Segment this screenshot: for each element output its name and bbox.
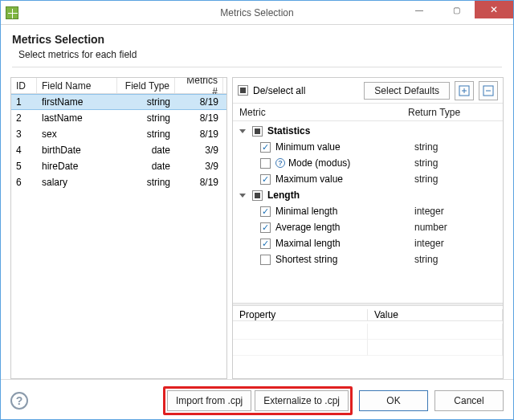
table-row[interactable]: 4birthDatedate3/9 [11,142,226,158]
metric-return-type: string [414,254,503,265]
metric-return-type: string [414,141,503,153]
maximize-button[interactable]: ▢ [438,1,475,18]
highlighted-buttons: Import from .cpj Externalize to .cpj [163,386,353,415]
chevron-down-icon[interactable] [239,194,246,198]
col-header-metrics[interactable]: Metrics # [175,78,223,93]
info-icon[interactable]: ? [275,158,285,168]
table-row[interactable]: 3sexstring8/19 [11,126,226,142]
property-panel: Property Value [233,306,503,378]
metric-return-type: number [414,222,503,233]
fields-table: ID Field Name Field Type Metrics # 1firs… [10,77,227,379]
col-header-value[interactable]: Value [368,309,503,321]
minimize-button[interactable]: — [401,1,438,18]
help-icon[interactable]: ? [10,392,28,410]
group-checkbox[interactable] [252,126,263,137]
deselect-all-label: De/select all [253,85,305,96]
expand-all-button[interactable] [455,81,474,100]
metric-item[interactable]: Maximal lengthinteger [233,235,503,251]
metric-return-type: string [414,157,503,169]
metric-label: Shortest string [275,254,337,265]
metric-label: Maximum value [275,173,343,185]
collapse-all-button[interactable] [479,81,498,100]
chevron-down-icon[interactable] [239,129,246,133]
metric-label: Maximal length [275,238,341,249]
col-header-id[interactable]: ID [11,78,37,93]
metric-label: Minimal length [275,206,337,217]
metric-group[interactable]: Length [233,187,503,203]
import-from-cpj-button[interactable]: Import from .cpj [167,390,251,411]
metric-checkbox[interactable] [260,222,271,233]
metric-label: Mode (modus) [288,157,350,169]
metric-label: Average length [275,222,341,233]
cancel-button[interactable]: Cancel [434,390,504,411]
col-header-metric[interactable]: Metric [233,107,402,118]
metric-checkbox[interactable] [260,142,271,153]
dialog-header: Metrics Selection Select metrics for eac… [1,25,513,74]
table-row[interactable]: 6salarystring8/19 [11,174,226,190]
table-row[interactable]: 1firstNamestring8/19 [11,94,226,110]
group-label: Length [267,190,300,201]
group-checkbox[interactable] [252,190,263,201]
table-row[interactable]: 5hireDatedate3/9 [11,158,226,174]
metric-checkbox[interactable] [260,174,271,185]
table-row[interactable]: 2lastNamestring8/19 [11,110,226,126]
metric-checkbox[interactable] [260,158,271,169]
group-label: Statistics [267,125,310,137]
col-header-name[interactable]: Field Name [37,78,117,93]
col-header-property[interactable]: Property [233,309,368,321]
metric-checkbox[interactable] [260,239,271,249]
externalize-to-cpj-button[interactable]: Externalize to .cpj [255,390,349,411]
metric-checkbox[interactable] [260,206,271,217]
col-header-type[interactable]: Field Type [117,78,175,93]
metric-return-type: integer [414,206,503,217]
app-icon [6,6,18,19]
page-title: Metrics Selection [12,33,502,46]
metric-item[interactable]: Shortest stringstring [233,251,503,267]
col-header-return[interactable]: Return Type [402,107,490,118]
titlebar: Metrics Selection — ▢ ✕ [1,1,513,25]
metrics-panel: De/select all Select Defaults Metric Ret… [232,77,504,379]
dialog-footer: ? Import from .cpj Externalize to .cpj O… [1,379,513,420]
metric-label: Minimum value [275,141,341,153]
metric-checkbox[interactable] [260,255,271,265]
close-button[interactable]: ✕ [475,1,513,18]
metric-item[interactable]: Minimum valuestring [233,139,503,155]
metric-return-type: integer [414,238,503,249]
metric-group[interactable]: Statistics [233,123,503,139]
deselect-all-checkbox[interactable] [238,85,248,96]
metric-item[interactable]: ?Mode (modus)string [233,155,503,171]
metric-item[interactable]: Maximum valuestring [233,171,503,187]
metrics-tree[interactable]: StatisticsMinimum valuestring?Mode (modu… [233,121,503,303]
fields-table-header: ID Field Name Field Type Metrics # [11,78,226,94]
metric-return-type: string [414,173,503,185]
select-defaults-button[interactable]: Select Defaults [364,82,450,100]
metric-item[interactable]: Average lengthnumber [233,219,503,235]
page-subtitle: Select metrics for each field [12,46,502,60]
metric-item[interactable]: Minimal lengthinteger [233,203,503,219]
ok-button[interactable]: OK [359,390,428,411]
